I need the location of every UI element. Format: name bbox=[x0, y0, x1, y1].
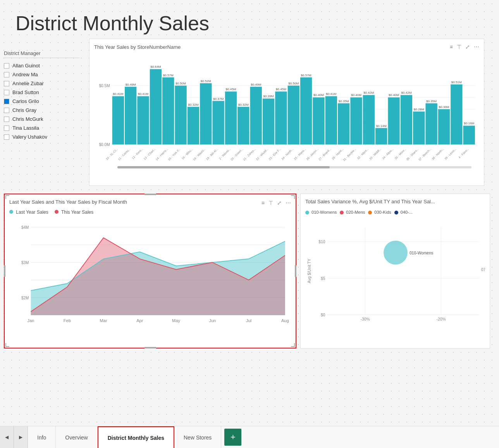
tab-next-btn[interactable]: ▶ bbox=[14, 426, 28, 448]
tab-bar: ◀ ▶ InfoOverviewDistrict Monthly SalesNe… bbox=[0, 426, 499, 448]
filter-item[interactable]: Annelie Zubar bbox=[4, 79, 79, 88]
svg-text:19 - Bel Al...: 19 - Bel Al... bbox=[205, 147, 219, 161]
filter-item[interactable]: Chris McGurk bbox=[4, 115, 79, 124]
svg-text:18 - Washi...: 18 - Washi... bbox=[192, 147, 206, 161]
svg-text:$0.35M: $0.35M bbox=[339, 100, 349, 103]
line-chart-legend: Last Year Sales This Year Sales bbox=[9, 209, 291, 215]
resize-handle-left[interactable] bbox=[4, 265, 5, 277]
bar-chart-scrollbar[interactable] bbox=[117, 166, 471, 168]
filter-item[interactable]: Valery Ushakov bbox=[4, 132, 79, 141]
filter-checkbox[interactable] bbox=[4, 125, 9, 131]
filter-panel-title: District Manager bbox=[4, 50, 79, 58]
scatter-svg: $0$5$10-30%-20%Avg $/Unit TY010-Womens07… bbox=[305, 217, 485, 333]
svg-rect-50 bbox=[288, 86, 299, 144]
svg-rect-80 bbox=[413, 112, 425, 144]
svg-rect-56 bbox=[313, 98, 324, 145]
svg-text:15 - York F...: 15 - York F... bbox=[167, 147, 181, 161]
svg-text:010-Womens: 010-Womens bbox=[410, 251, 433, 255]
svg-rect-68 bbox=[363, 95, 375, 144]
svg-text:Aug: Aug bbox=[281, 318, 289, 323]
expand-icon[interactable]: ⤢ bbox=[465, 44, 470, 50]
more-icon[interactable]: ⋯ bbox=[474, 44, 479, 50]
resize-handle-top[interactable] bbox=[145, 194, 156, 195]
svg-text:Feb: Feb bbox=[64, 318, 71, 323]
svg-rect-26 bbox=[188, 107, 199, 144]
svg-text:25 - Mans...: 25 - Mans... bbox=[293, 147, 307, 161]
tab-item[interactable]: Info bbox=[28, 426, 56, 448]
svg-text:$0.37M: $0.37M bbox=[213, 97, 224, 101]
filter-checkbox[interactable] bbox=[4, 81, 9, 86]
svg-rect-14 bbox=[137, 96, 149, 144]
svg-rect-8 bbox=[112, 96, 124, 144]
filter-checkbox[interactable] bbox=[4, 134, 9, 140]
expand-icon-line[interactable]: ⤢ bbox=[277, 200, 282, 206]
svg-text:$0.40M: $0.40M bbox=[313, 93, 324, 97]
filter-item[interactable]: Tina Lassila bbox=[4, 124, 79, 132]
svg-text:May: May bbox=[172, 318, 180, 323]
line-chart-panel: Last Year Sales and This Year Sales by F… bbox=[4, 194, 296, 348]
svg-text:$0.57M: $0.57M bbox=[163, 74, 174, 77]
svg-text:070: 070 bbox=[481, 268, 485, 272]
svg-text:$0.5M: $0.5M bbox=[99, 84, 110, 88]
scatter-chart-area: $0$5$10-30%-20%Avg $/Unit TY010-Womens07… bbox=[305, 217, 485, 333]
svg-text:$4M: $4M bbox=[21, 225, 29, 230]
legend-last-year: Last Year Sales bbox=[9, 209, 48, 215]
filter-icon-line[interactable]: ⊤ bbox=[268, 200, 273, 206]
svg-rect-44 bbox=[263, 99, 274, 145]
svg-text:$3M: $3M bbox=[21, 261, 29, 265]
line-chart-area: $4M$3M$2MJanFebMarAprMayJunJulAug bbox=[9, 218, 291, 330]
resize-handle-br[interactable] bbox=[289, 342, 295, 347]
svg-text:$0.40M: $0.40M bbox=[351, 93, 361, 97]
filter-checkbox[interactable] bbox=[4, 117, 9, 122]
svg-text:14 - Harris...: 14 - Harris... bbox=[155, 147, 169, 161]
tab-prev-btn[interactable]: ◀ bbox=[0, 426, 14, 448]
resize-handle-bottom[interactable] bbox=[145, 347, 156, 348]
scatter-legend-mens: 020-Mens bbox=[340, 210, 365, 215]
legend-this-year: This Year Sales bbox=[55, 209, 94, 215]
tab-item[interactable]: New Stores bbox=[174, 426, 221, 448]
tab-item[interactable]: Overview bbox=[56, 426, 97, 448]
filter-checkbox[interactable] bbox=[4, 99, 9, 104]
filter-label: Allan Guinot bbox=[12, 63, 40, 69]
scatter-legend-kids: 030-Kids bbox=[368, 210, 391, 215]
filter-icon[interactable]: ⊤ bbox=[457, 44, 461, 50]
tab-add-btn[interactable]: + bbox=[224, 429, 241, 446]
filter-checkbox[interactable] bbox=[4, 72, 9, 77]
svg-text:$0.52M: $0.52M bbox=[201, 79, 211, 83]
svg-rect-35 bbox=[225, 91, 237, 144]
svg-text:39 - Lexin...: 39 - Lexin... bbox=[444, 147, 457, 160]
tab-item[interactable]: District Monthly Sales bbox=[98, 426, 174, 448]
line-chart-title: Last Year Sales and This Year Sales by F… bbox=[9, 199, 127, 205]
svg-text:13 - Charl...: 13 - Charl... bbox=[143, 147, 156, 160]
filter-label: Chris McGurk bbox=[12, 116, 43, 122]
filter-item[interactable]: Chris Gray bbox=[4, 106, 79, 115]
svg-rect-62 bbox=[338, 103, 349, 145]
filter-checkbox[interactable] bbox=[4, 90, 9, 95]
filter-item[interactable]: Allan Guinot bbox=[4, 61, 79, 70]
svg-text:$0.51M: $0.51M bbox=[451, 81, 462, 84]
resize-handle-right[interactable] bbox=[295, 265, 296, 277]
svg-text:$0.28M: $0.28M bbox=[414, 108, 424, 111]
svg-rect-29 bbox=[200, 83, 212, 144]
resize-handle-tl[interactable] bbox=[5, 195, 11, 201]
filter-checkbox[interactable] bbox=[4, 63, 9, 69]
svg-text:10 - St.-Cl...: 10 - St.-Cl... bbox=[105, 147, 119, 161]
svg-rect-86 bbox=[438, 109, 450, 144]
svg-rect-17 bbox=[150, 69, 162, 144]
filter-item[interactable]: Carlos Grilo bbox=[4, 97, 79, 106]
legend-dot-this-year bbox=[55, 210, 59, 214]
filter-label: Carlos Grilo bbox=[12, 98, 39, 104]
svg-rect-38 bbox=[237, 107, 249, 144]
svg-text:$0.49M: $0.49M bbox=[126, 83, 136, 86]
resize-handle-bl[interactable] bbox=[5, 342, 11, 347]
svg-text:$0.49M: $0.49M bbox=[251, 83, 261, 86]
filter-checkbox[interactable] bbox=[4, 108, 9, 113]
scatter-dot-040 bbox=[394, 211, 398, 215]
filter-item[interactable]: Andrew Ma bbox=[4, 70, 79, 79]
svg-text:-30%: -30% bbox=[361, 317, 370, 321]
svg-text:32 - Ment...: 32 - Ment... bbox=[356, 147, 370, 160]
resize-handle-tr[interactable] bbox=[289, 195, 295, 201]
svg-text:26 - Akron...: 26 - Akron... bbox=[306, 147, 319, 161]
filter-item[interactable]: Brad Sutton bbox=[4, 88, 79, 97]
svg-text:Jan: Jan bbox=[28, 318, 34, 323]
